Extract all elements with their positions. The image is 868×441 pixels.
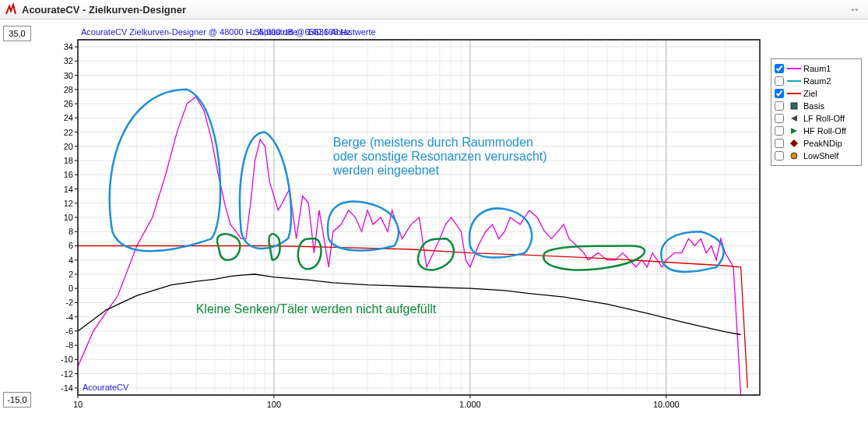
legend-swatch-peakndip — [787, 139, 801, 147]
svg-text:24: 24 — [64, 113, 73, 122]
app-logo-icon — [5, 3, 17, 16]
svg-text:2: 2 — [69, 270, 73, 279]
svg-text:34: 34 — [64, 42, 73, 51]
legend-item-raum1: Raum1 — [775, 62, 858, 75]
legend-checkbox-lowshelf[interactable] — [775, 151, 784, 161]
svg-text:8: 8 — [69, 227, 73, 236]
svg-text:10: 10 — [64, 213, 73, 222]
svg-text:22: 22 — [64, 128, 73, 137]
svg-text:-2: -2 — [65, 298, 73, 307]
legend-swatch-hfroll — [787, 127, 801, 135]
svg-text:26: 26 — [64, 99, 73, 108]
svg-text:-14: -14 — [61, 383, 73, 393]
svg-text:28: 28 — [64, 85, 73, 94]
legend-item-hfroll: HF Roll-Off — [775, 125, 858, 137]
svg-text:12: 12 — [64, 199, 73, 208]
legend-swatch-lowshelf — [787, 152, 801, 160]
ymin-input[interactable]: -15,0 — [3, 392, 31, 407]
legend-checkbox-peakndip[interactable] — [775, 139, 784, 148]
y-axis-boxes: 35,0 -15,0 — [3, 26, 31, 407]
legend-item-peakndip: PeakNDip — [775, 137, 858, 150]
legend-swatch-basis — [787, 102, 801, 110]
cursor-readout: 35,000 dB @ 140,166 Hz — [255, 27, 351, 37]
legend-item-lfroll: LF Roll-Off — [775, 112, 858, 125]
annotation-peaks-l1: Berge (meistens durch Raummoden — [333, 136, 533, 149]
legend-swatch-lfroll — [787, 115, 801, 122]
svg-text:10.000: 10.000 — [653, 400, 680, 409]
svg-text:18: 18 — [64, 156, 73, 165]
legend-item-basis: Basis — [775, 100, 858, 112]
svg-text:32: 32 — [64, 56, 73, 65]
chart-watermark: AcourateCV — [83, 383, 129, 392]
legend-checkbox-raum2[interactable] — [775, 76, 784, 86]
svg-text:4: 4 — [69, 256, 73, 265]
legend-checkbox-lfroll[interactable] — [775, 114, 784, 123]
svg-text:-12: -12 — [61, 369, 73, 379]
window-title: AcourateCV - Zielkurven-Designer — [22, 4, 186, 16]
workspace: 35,0 -15,0 -14-12-10-8-6-4-2024681012141… — [0, 19, 868, 436]
legend-label-raum1: Raum1 — [803, 64, 831, 73]
legend-checkbox-ziel[interactable] — [775, 89, 784, 98]
legend-label-hfroll: HF Roll-Off — [803, 126, 846, 136]
svg-text:0: 0 — [69, 284, 73, 293]
legend-label-peakndip: PeakNDip — [803, 139, 842, 148]
svg-rect-115 — [791, 103, 797, 109]
svg-text:20: 20 — [64, 142, 73, 151]
svg-text:-6: -6 — [65, 326, 73, 336]
ymax-input[interactable]: 35,0 — [3, 26, 31, 41]
legend-swatch-raum2 — [787, 80, 801, 82]
legend-swatch-raum1 — [787, 68, 801, 69]
legend-swatch-ziel — [787, 93, 801, 94]
window-control-icon[interactable]: ↔ — [846, 3, 863, 16]
legend-label-lowshelf: LowShelf — [803, 151, 838, 161]
legend-label-basis: Basis — [803, 101, 824, 111]
frequency-response-chart[interactable]: -14-12-10-8-6-4-202468101214161820222426… — [33, 26, 764, 414]
svg-point-116 — [791, 153, 797, 159]
legend-label-ziel: Ziel — [803, 89, 817, 98]
annotation-dips: Kleine Senken/Täler werden nicht aufgefü… — [196, 302, 437, 316]
svg-text:6: 6 — [69, 241, 73, 250]
svg-text:1.000: 1.000 — [459, 400, 481, 409]
svg-text:14: 14 — [64, 185, 73, 194]
legend-panel: Raum1Raum2ZielBasisLF Roll-OffHF Roll-Of… — [771, 58, 862, 166]
legend-checkbox-basis[interactable] — [775, 101, 784, 111]
chart-area: -14-12-10-8-6-4-202468101214161820222426… — [33, 26, 764, 407]
legend-label-lfroll: LF Roll-Off — [803, 114, 845, 123]
svg-text:10: 10 — [73, 400, 83, 409]
legend-checkbox-hfroll[interactable] — [775, 126, 784, 136]
annotation-peaks-l2: oder sonstige Resonanzen verursacht) — [333, 150, 547, 163]
svg-text:100: 100 — [267, 400, 281, 409]
legend-checkbox-raum1[interactable] — [775, 64, 784, 73]
svg-text:16: 16 — [64, 170, 73, 179]
svg-text:-8: -8 — [65, 340, 73, 350]
legend-item-ziel: Ziel — [775, 87, 858, 100]
title-bar: AcourateCV - Zielkurven-Designer ↔ — [0, 0, 868, 19]
annotation-peaks-l3: werden eingeebnet — [332, 164, 440, 177]
legend-label-raum2: Raum2 — [803, 76, 831, 86]
svg-text:-10: -10 — [61, 355, 73, 364]
legend-item-lowshelf: LowShelf — [775, 150, 858, 162]
legend-item-raum2: Raum2 — [775, 75, 858, 87]
svg-text:30: 30 — [64, 71, 73, 80]
svg-text:-4: -4 — [65, 312, 73, 322]
